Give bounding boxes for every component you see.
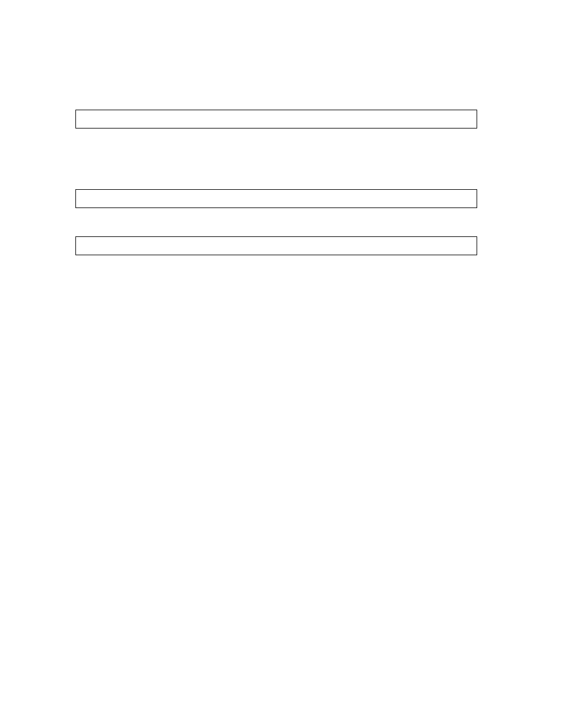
input-field-3[interactable] bbox=[75, 236, 477, 255]
input-field-2[interactable] bbox=[75, 189, 477, 208]
input-field-1[interactable] bbox=[75, 110, 477, 129]
